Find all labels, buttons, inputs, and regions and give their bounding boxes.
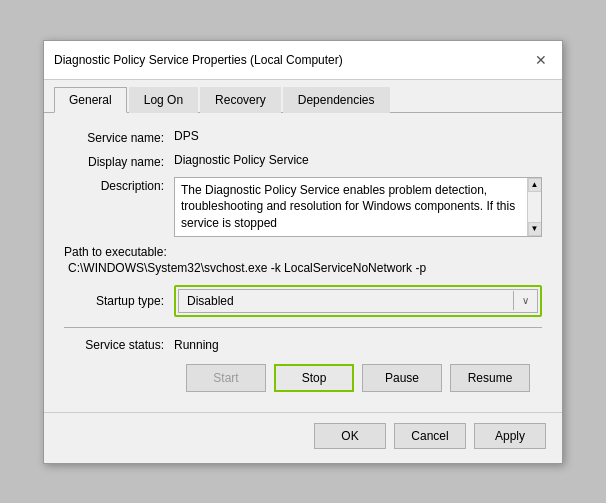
display-name-value: Diagnostic Policy Service: [174, 153, 542, 167]
startup-type-row: Startup type: Disabled ∨: [64, 285, 542, 317]
ok-button[interactable]: OK: [314, 423, 386, 449]
tab-logon[interactable]: Log On: [129, 87, 198, 113]
path-value: C:\WINDOWS\System32\svchost.exe -k Local…: [64, 261, 542, 275]
divider: [64, 327, 542, 328]
scroll-up-icon: ▲: [531, 179, 539, 190]
service-name-value: DPS: [174, 129, 542, 143]
window-title: Diagnostic Policy Service Properties (Lo…: [54, 53, 343, 67]
path-section: Path to executable: C:\WINDOWS\System32\…: [64, 245, 542, 275]
service-status-row: Service status: Running: [64, 338, 542, 352]
tab-bar: General Log On Recovery Dependencies: [44, 80, 562, 113]
close-icon: ✕: [535, 52, 547, 68]
bottom-buttons: OK Cancel Apply: [44, 412, 562, 463]
service-name-row: Service name: DPS: [64, 129, 542, 145]
service-status-label: Service status:: [64, 338, 174, 352]
tab-recovery[interactable]: Recovery: [200, 87, 281, 113]
description-scrollbar: ▲ ▼: [527, 178, 541, 236]
start-button[interactable]: Start: [186, 364, 266, 392]
scroll-down-icon: ▼: [531, 223, 539, 234]
display-name-row: Display name: Diagnostic Policy Service: [64, 153, 542, 169]
startup-type-label: Startup type:: [64, 294, 174, 308]
display-name-label: Display name:: [64, 153, 174, 169]
apply-button[interactable]: Apply: [474, 423, 546, 449]
description-box[interactable]: The Diagnostic Policy Service enables pr…: [174, 177, 542, 237]
description-text: The Diagnostic Policy Service enables pr…: [181, 183, 515, 231]
service-name-label: Service name:: [64, 129, 174, 145]
tab-content: Service name: DPS Display name: Diagnost…: [44, 113, 562, 412]
properties-window: Diagnostic Policy Service Properties (Lo…: [43, 40, 563, 464]
tab-dependencies[interactable]: Dependencies: [283, 87, 390, 113]
service-status-value: Running: [174, 338, 219, 352]
startup-value: Disabled: [179, 290, 513, 312]
startup-select-wrapper: Disabled ∨: [174, 285, 542, 317]
title-bar: Diagnostic Policy Service Properties (Lo…: [44, 41, 562, 80]
tab-general[interactable]: General: [54, 87, 127, 113]
close-button[interactable]: ✕: [530, 49, 552, 71]
cancel-button[interactable]: Cancel: [394, 423, 466, 449]
description-row: Description: The Diagnostic Policy Servi…: [64, 177, 542, 237]
service-control-buttons: Start Stop Pause Resume: [64, 364, 542, 392]
description-label: Description:: [64, 177, 174, 193]
pause-button[interactable]: Pause: [362, 364, 442, 392]
resume-button[interactable]: Resume: [450, 364, 530, 392]
path-label: Path to executable:: [64, 245, 542, 259]
startup-select[interactable]: Disabled ∨: [178, 289, 538, 313]
scroll-down-arrow[interactable]: ▼: [528, 222, 542, 236]
chevron-down-icon: ∨: [513, 291, 537, 310]
scroll-up-arrow[interactable]: ▲: [528, 178, 542, 192]
stop-button[interactable]: Stop: [274, 364, 354, 392]
